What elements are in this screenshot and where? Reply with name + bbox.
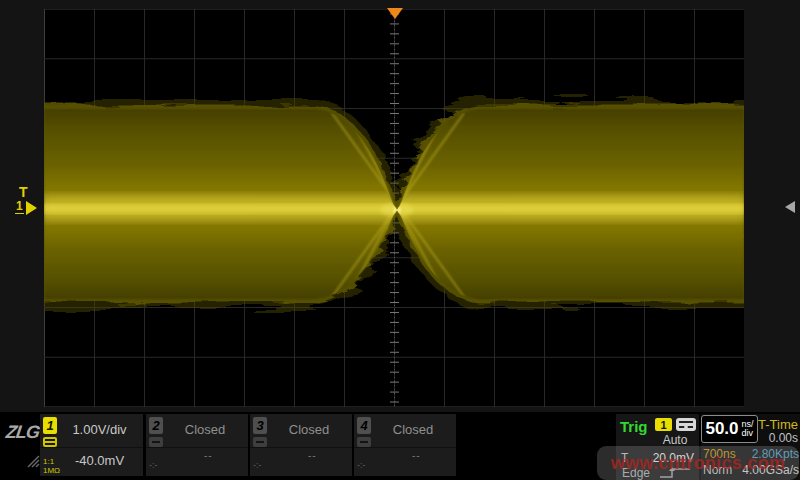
channel3-info-box[interactable]: 3 Closed -:- --: [250, 414, 352, 476]
channel4-state: Closed: [374, 422, 452, 437]
rising-edge-icon: [658, 466, 692, 479]
channel1-position-marker[interactable]: 1: [15, 200, 37, 215]
channel1-info-box[interactable]: 1 1.00V/div -40.0mV 1:1 1MΩ: [40, 414, 143, 476]
coupling-off-icon: [253, 437, 267, 447]
probe-ratio: 1:1: [43, 457, 60, 466]
trigger-position-marker-icon[interactable]: [387, 8, 403, 19]
trigger-source-badge: 1: [655, 418, 672, 431]
channel1-probe-impedance: 1:1 1MΩ: [43, 457, 60, 475]
sample-rate: 4.00GSa/s: [742, 463, 799, 477]
coupling-off-icon: [357, 437, 371, 447]
channel2-state: Closed: [166, 422, 244, 437]
status-bar: ZLG® 1 1.00V/div -40.0mV 1:1 1MΩ: [0, 412, 800, 480]
trigger-level-left-label[interactable]: T: [19, 184, 28, 200]
coupling-off-icon: [149, 437, 163, 447]
divider: [40, 447, 143, 448]
memory-depth: 2.80Kpts: [752, 447, 799, 461]
channel1-marker-label: 1: [15, 201, 24, 214]
timebase-info-box[interactable]: 50.0 ns/ div T-Time 0.00s 700ns 2.80Kpts…: [701, 414, 800, 480]
channel2-sub-left: -:-: [149, 460, 158, 470]
unit-denominator: div: [742, 429, 754, 438]
trigger-level-marker-icon[interactable]: [785, 201, 795, 213]
dc-coupling-icon: [43, 437, 57, 447]
channel3-sub-right: --: [308, 450, 317, 461]
timebase-scale-unit: ns/ div: [742, 420, 754, 438]
channel1-badge: 1: [43, 417, 57, 434]
channel2-info-box[interactable]: 2 Closed -:- --: [146, 414, 248, 476]
channel3-state: Closed: [270, 422, 348, 437]
acquisition-mode: Norm: [703, 463, 732, 477]
ttime-label: T-Time: [758, 417, 798, 432]
channel4-info-box[interactable]: 4 Closed -:- --: [354, 414, 456, 476]
ttime-value: 0.00s: [769, 431, 798, 445]
timebase-scale-box[interactable]: 50.0 ns/ div: [701, 415, 758, 443]
waveform-grid: [44, 9, 744, 407]
trigger-level-value: 20.0mV: [653, 451, 694, 465]
divider: [250, 447, 352, 448]
trigger-coupling-icon: [676, 418, 696, 431]
trigger-level-label: T: [621, 451, 628, 465]
input-impedance: 1MΩ: [43, 466, 60, 475]
channel4-sub-left: -:-: [357, 460, 366, 470]
trigger-type: Edge: [622, 466, 650, 480]
channel3-badge: 3: [253, 417, 267, 434]
trigger-info-box[interactable]: Trig 1 Auto T 20.0mV Edge: [616, 414, 699, 480]
display-screen: T 1: [0, 0, 800, 412]
channel4-sub-right: --: [412, 450, 421, 461]
trigger-mode: Auto: [652, 433, 698, 447]
divider: [146, 447, 248, 448]
resize-grip-icon: [26, 454, 40, 468]
right-arrow-icon: [26, 201, 37, 215]
channel2-badge: 2: [149, 417, 163, 434]
brand-name: ZLG: [5, 422, 41, 442]
channel1-scale: 1.00V/div: [60, 422, 139, 437]
waveform-display: [44, 9, 744, 407]
trigger-title: Trig: [620, 418, 648, 435]
divider: [354, 447, 456, 448]
channel1-offset: -40.0mV: [60, 453, 139, 468]
channel4-badge: 4: [357, 417, 371, 434]
oscilloscope-ui: T 1 ZLG® 1 1.00V/div -40.0mV 1:: [0, 0, 800, 480]
trigger-delay: 700ns: [703, 447, 736, 461]
channel3-sub-left: -:-: [253, 460, 262, 470]
timebase-scale-value: 50.0: [705, 419, 738, 439]
channel2-sub-right: --: [204, 450, 213, 461]
